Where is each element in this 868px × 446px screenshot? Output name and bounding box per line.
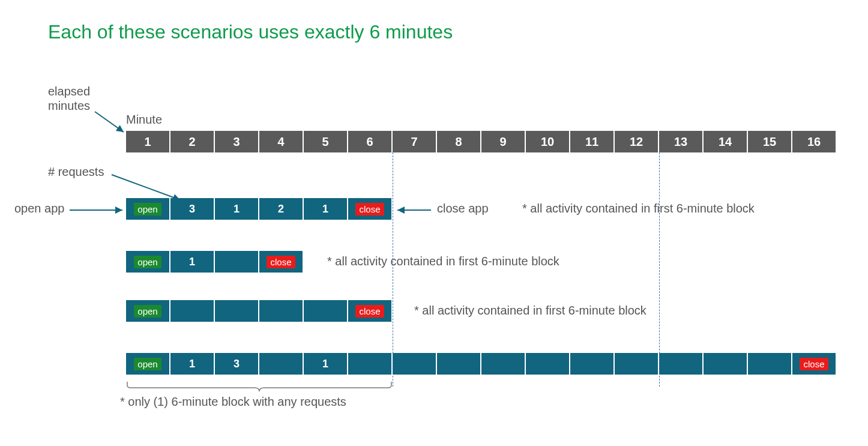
scenario-row-2: open1close: [126, 251, 303, 273]
timeline-cell: [659, 353, 702, 375]
timeline-cell: 3: [215, 353, 258, 375]
minute-header-cell: 4: [259, 131, 303, 152]
open-badge: open: [134, 305, 161, 318]
close-badge: close: [355, 203, 384, 215]
timeline-cell: [570, 353, 613, 375]
minute-header-cell: 8: [437, 131, 480, 152]
minute-header-cell: 7: [393, 131, 436, 152]
minute-header-cell: 9: [481, 131, 525, 152]
scenario-2-note: * all activity contained in first 6-minu…: [327, 255, 559, 268]
minute-header-cell: 6: [348, 131, 391, 152]
close-badge: close: [267, 256, 295, 268]
minute-header-cell: 15: [748, 131, 791, 152]
open-app-label: open app: [14, 202, 64, 215]
timeline-cell: 3: [170, 198, 214, 220]
scenario-1-note: * all activity contained in first 6-minu…: [522, 202, 755, 215]
scenario-row-3: openclose: [126, 300, 391, 322]
timeline-cell: close: [259, 251, 303, 273]
close-app-label: close app: [437, 202, 489, 215]
timeline-cell: [704, 353, 747, 375]
divider-minute-6: [393, 152, 393, 387]
timeline-cell: open: [126, 300, 169, 322]
timeline-cell: [615, 353, 658, 375]
arrow-open-app: [67, 204, 127, 216]
minute-header-cell: 13: [659, 131, 702, 152]
scenario-row-4: open131close: [126, 353, 836, 375]
timeline-cell: close: [792, 353, 836, 375]
timeline-cell: 1: [170, 353, 214, 375]
svg-line-1: [112, 175, 180, 200]
minute-header-cell: 1: [126, 131, 169, 152]
timeline-cell: [393, 353, 436, 375]
timeline-cell: [170, 300, 214, 322]
svg-line-0: [95, 112, 124, 132]
minute-header-cell: 3: [215, 131, 258, 152]
timeline-cell: 1: [170, 251, 214, 273]
requests-label: # requests: [48, 165, 104, 179]
minute-header-cell: 11: [570, 131, 613, 152]
timeline-cell: [304, 300, 347, 322]
open-badge: open: [134, 256, 161, 268]
scenario-3-note: * all activity contained in first 6-minu…: [414, 304, 646, 318]
scenario-row-1: open3121close: [126, 198, 391, 220]
open-badge: open: [134, 203, 161, 215]
close-badge: close: [355, 305, 384, 318]
minute-header-cell: 14: [704, 131, 747, 152]
open-badge: open: [134, 358, 161, 370]
minute-header-cell: 2: [170, 131, 214, 152]
brace-icon: [126, 381, 393, 391]
minute-axis-label: Minute: [126, 113, 162, 127]
minute-header-cell: 10: [526, 131, 569, 152]
elapsed-minutes-label: elapsed minutes: [48, 84, 90, 113]
scenario-4-note: * only (1) 6-minute block with any reque…: [120, 395, 346, 409]
timeline-cell: 2: [259, 198, 303, 220]
page-title: Each of these scenarios uses exactly 6 m…: [48, 21, 453, 43]
timeline-cell: open: [126, 251, 169, 273]
timeline-cell: 1: [304, 198, 347, 220]
timeline-cell: close: [348, 198, 391, 220]
minute-header-cell: 12: [615, 131, 658, 152]
timeline-cell: open: [126, 198, 169, 220]
timeline-cell: 1: [304, 353, 347, 375]
minute-header-cell: 5: [304, 131, 347, 152]
timeline-cell: [215, 300, 258, 322]
minute-header-cell: 16: [792, 131, 836, 152]
timeline-cell: close: [348, 300, 391, 322]
timeline-cell: [437, 353, 480, 375]
timeline-cell: [259, 353, 303, 375]
timeline-cell: open: [126, 353, 169, 375]
timeline-cell: [215, 251, 258, 273]
timeline-cell: [259, 300, 303, 322]
timeline-cell: [748, 353, 791, 375]
minute-header-row: 12345678910111213141516: [126, 131, 836, 152]
close-badge: close: [800, 358, 828, 370]
timeline-cell: [481, 353, 525, 375]
timeline-cell: [526, 353, 569, 375]
timeline-cell: [348, 353, 391, 375]
arrow-close-app: [394, 204, 436, 216]
timeline-cell: 1: [215, 198, 258, 220]
divider-minute-12: [659, 152, 660, 387]
